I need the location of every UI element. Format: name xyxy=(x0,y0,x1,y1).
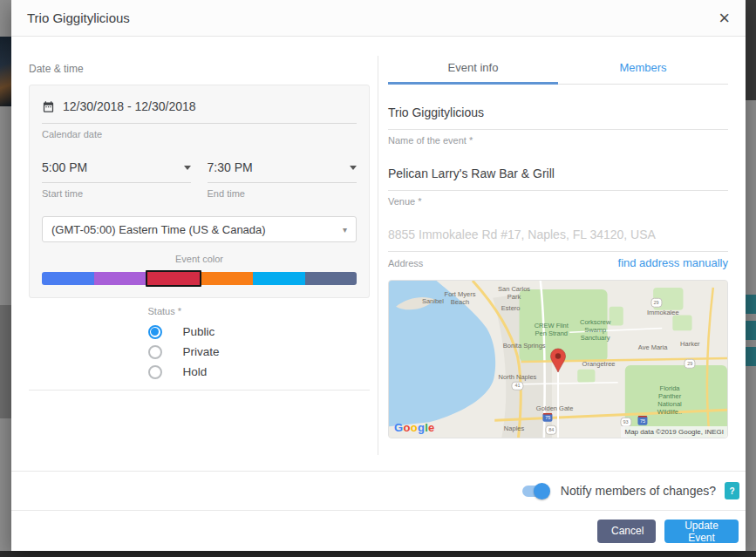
chevron-down-icon xyxy=(350,166,357,170)
status-radio-public[interactable]: Public xyxy=(148,322,251,342)
address-label: Address xyxy=(388,258,423,268)
color-swatch[interactable] xyxy=(94,272,146,285)
google-logo[interactable]: Google xyxy=(394,421,435,434)
empty-field-underline xyxy=(29,390,370,391)
radio-icon xyxy=(148,325,162,339)
toggle-knob xyxy=(534,483,550,499)
start-time-field: 5:00 PM Start time xyxy=(42,160,191,199)
status-radio-label: Public xyxy=(183,325,215,338)
background-bottom-sliver xyxy=(0,551,756,557)
start-time-select[interactable]: 5:00 PM xyxy=(42,160,191,183)
find-address-manually-link[interactable]: find address manually xyxy=(618,256,728,269)
modal-header: Trio Giggitylicious × xyxy=(11,0,746,37)
cancel-button[interactable]: Cancel xyxy=(597,520,656,543)
color-swatch[interactable] xyxy=(146,270,201,287)
notify-label: Notify members of changes? xyxy=(561,484,716,498)
route-badge-icon: 29 xyxy=(684,359,696,369)
map[interactable]: SanibelFort Myers BeachSan Carlos ParkEs… xyxy=(388,280,728,438)
color-swatch[interactable] xyxy=(201,272,254,285)
status-options: PublicPrivateHold xyxy=(148,322,251,382)
chevron-down-icon xyxy=(184,166,191,170)
update-event-button[interactable]: Update Event xyxy=(664,520,739,543)
timezone-value: (GMT-05:00) Eastern Time (US & Canada) xyxy=(51,223,266,236)
event-color-swatches xyxy=(42,272,357,285)
calendar-icon xyxy=(42,100,55,113)
route-badge-icon: 75 xyxy=(637,416,647,425)
notify-toggle[interactable] xyxy=(522,486,548,497)
chevron-down-icon: ▾ xyxy=(343,225,347,234)
event-info-column: Event info Members Trio Giggitylicious N… xyxy=(378,37,746,471)
end-time-select[interactable]: 7:30 PM xyxy=(208,160,357,183)
event-name-input[interactable]: Trio Giggitylicious xyxy=(388,105,728,130)
column-divider xyxy=(378,56,378,455)
background-calendar-event-sliver xyxy=(746,321,756,340)
notify-row: Notify members of changes? ? xyxy=(11,471,746,510)
map-marker-icon xyxy=(549,348,567,373)
status-radio-private[interactable]: Private xyxy=(148,342,251,362)
venue-field: Pelican Larry's Raw Bar & Grill Venue * xyxy=(388,166,728,207)
start-time-label: Start time xyxy=(42,188,191,199)
time-row: 5:00 PM Start time 7:30 PM End time xyxy=(42,160,357,199)
event-name-field: Trio Giggitylicious Name of the event * xyxy=(388,105,728,146)
route-badge-icon: 41 xyxy=(512,381,523,391)
modal-title: Trio Giggitylicious xyxy=(27,10,130,25)
status-radio-hold[interactable]: Hold xyxy=(148,362,251,382)
event-name-label: Name of the event * xyxy=(388,135,728,146)
route-badge-icon: 93 xyxy=(620,418,631,427)
status-radio-label: Private xyxy=(183,345,220,358)
map-attribution: Map data ©2019 Google, INEGI xyxy=(621,426,727,438)
status-radio-label: Hold xyxy=(183,365,208,378)
radio-icon xyxy=(148,345,162,359)
route-badge-icon: 84 xyxy=(546,425,557,435)
tab-bar: Event info Members xyxy=(388,61,728,85)
tab-members[interactable]: Members xyxy=(558,61,728,85)
background-calendar-event-sliver xyxy=(746,295,756,314)
edit-event-modal: Trio Giggitylicious × Date & time 12/30/… xyxy=(11,0,746,551)
event-color-label: Event color xyxy=(42,254,357,264)
end-time-field: 7:30 PM End time xyxy=(208,160,357,199)
end-time-value: 7:30 PM xyxy=(208,160,253,174)
end-time-label: End time xyxy=(208,188,357,199)
calendar-date-field[interactable]: 12/30/2018 - 12/30/2018 xyxy=(42,99,357,124)
address-input[interactable]: 8855 Immokalee Rd #17, Naples, FL 34120,… xyxy=(388,228,728,252)
color-swatch[interactable] xyxy=(42,272,94,285)
background-right-sliver xyxy=(746,0,756,100)
timezone-select[interactable]: (GMT-05:00) Eastern Time (US & Canada) ▾ xyxy=(42,216,357,242)
help-button[interactable]: ? xyxy=(725,482,739,499)
venue-label: Venue * xyxy=(388,196,728,207)
background-calendar-event-sliver xyxy=(746,347,756,366)
color-swatch[interactable] xyxy=(253,272,305,285)
calendar-date-value: 12/30/2018 - 12/30/2018 xyxy=(63,99,196,113)
route-badge-icon: 75 xyxy=(543,412,553,422)
date-time-column: Date & time 12/30/2018 - 12/30/2018 Cale… xyxy=(11,37,378,471)
tab-event-info[interactable]: Event info xyxy=(388,61,558,85)
status-group: Status * PublicPrivateHold xyxy=(148,306,251,382)
address-field: 8855 Immokalee Rd #17, Naples, FL 34120,… xyxy=(388,228,728,269)
radio-icon xyxy=(148,365,162,379)
calendar-date-label: Calendar date xyxy=(42,129,357,139)
background-left-sliver xyxy=(0,305,11,418)
modal-footer: Cancel Update Event xyxy=(11,510,746,551)
route-badge-icon: 29 xyxy=(650,298,662,308)
venue-input[interactable]: Pelican Larry's Raw Bar & Grill xyxy=(388,166,728,191)
close-icon[interactable]: × xyxy=(719,10,730,27)
color-swatch[interactable] xyxy=(305,272,358,285)
modal-body: Date & time 12/30/2018 - 12/30/2018 Cale… xyxy=(11,37,746,471)
status-label: Status * xyxy=(148,306,251,316)
start-time-value: 5:00 PM xyxy=(42,160,87,174)
date-time-panel: 12/30/2018 - 12/30/2018 Calendar date 5:… xyxy=(29,85,370,298)
date-time-section-label: Date & time xyxy=(29,63,370,75)
background-photo-sliver xyxy=(0,37,11,106)
